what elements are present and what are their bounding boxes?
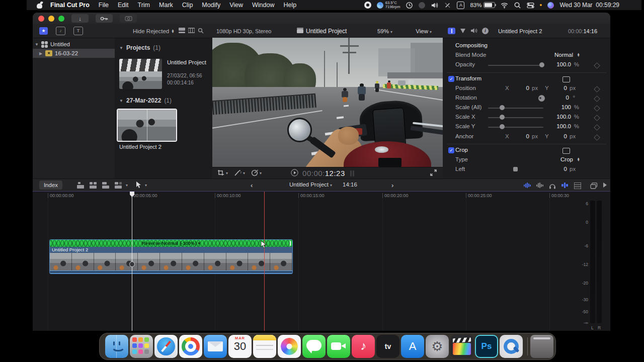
apple-menu-icon[interactable] bbox=[37, 2, 43, 9]
dock-quicktime-icon[interactable] bbox=[500, 335, 523, 358]
sidebar-item-library[interactable]: ▼ Untitled bbox=[33, 40, 115, 49]
dock-finalcutpro-icon[interactable] bbox=[450, 335, 473, 358]
tool-disabled-icon[interactable] bbox=[444, 2, 451, 9]
event-clip-thumbnail-selected[interactable] bbox=[117, 109, 177, 142]
crop-left-knob[interactable] bbox=[513, 167, 518, 171]
event-clip-name[interactable]: Untitled Project 2 bbox=[119, 144, 162, 150]
opacity-keyframe-icon[interactable] bbox=[594, 62, 600, 69]
transform-checkbox[interactable]: ✓ bbox=[448, 76, 454, 82]
dock-trash-icon[interactable] bbox=[530, 335, 553, 358]
dock-settings-icon[interactable]: ⚙ bbox=[426, 335, 449, 358]
menu-app-name[interactable]: Final Cut Pro bbox=[46, 2, 94, 9]
scale-x-keyframe-icon[interactable] bbox=[594, 115, 600, 121]
crop-checkbox[interactable]: ✓ bbox=[448, 147, 454, 153]
connect-clip-icon[interactable] bbox=[77, 182, 85, 189]
transform-onscreen-icon[interactable] bbox=[562, 76, 570, 82]
menu-mark[interactable]: Mark bbox=[154, 2, 178, 9]
scale-x-track[interactable] bbox=[488, 117, 543, 118]
screen-record-stop-icon[interactable] bbox=[364, 2, 371, 9]
dock-launchpad-icon[interactable] bbox=[130, 335, 153, 358]
effects-inspector-icon[interactable] bbox=[460, 28, 466, 35]
dock-music-icon[interactable]: ♪ bbox=[352, 335, 375, 358]
anchor-keyframe-icon[interactable] bbox=[594, 134, 600, 141]
snapping-icon[interactable] bbox=[561, 183, 570, 188]
libraries-tab-icon[interactable]: ★ bbox=[39, 27, 48, 35]
scale-all-value[interactable]: 100 bbox=[561, 104, 571, 110]
retime-end-handle[interactable] bbox=[290, 241, 291, 246]
dock-finder-icon[interactable] bbox=[105, 335, 128, 358]
blend-mode-popup[interactable]: Normal bbox=[554, 52, 573, 58]
keyword-editor-button[interactable] bbox=[96, 14, 113, 23]
audio-meter-mini-icon[interactable] bbox=[350, 170, 354, 176]
retime-icon[interactable] bbox=[251, 169, 258, 177]
dock-appstore-icon[interactable]: A bbox=[401, 335, 424, 358]
import-media-button[interactable]: ↓ bbox=[71, 14, 89, 23]
dock-calendar-icon[interactable]: MAR30 bbox=[228, 335, 252, 358]
index-button[interactable]: Index bbox=[39, 180, 62, 190]
position-y-value[interactable]: 0 bbox=[556, 85, 567, 91]
position-keyframe-icon[interactable] bbox=[594, 86, 600, 93]
photos-audio-tab-icon[interactable]: ♪ bbox=[56, 27, 65, 35]
dock-appletv-icon[interactable]: tv bbox=[376, 335, 399, 358]
event-section-header[interactable]: ▼27-Mar-2022(1) bbox=[119, 97, 172, 104]
scale-x-knob[interactable] bbox=[500, 115, 505, 120]
menu-window[interactable]: Window bbox=[248, 2, 279, 9]
viewer-timecode[interactable]: 00:00:12:23 bbox=[302, 169, 345, 177]
filter-popup[interactable]: Hide Rejected bbox=[133, 28, 169, 34]
duplicate-windows-icon[interactable] bbox=[590, 182, 598, 191]
background-tasks-button[interactable] bbox=[120, 14, 137, 23]
disclosure-closed-icon[interactable]: ▶ bbox=[39, 51, 43, 56]
project-name[interactable]: Untitled Project bbox=[167, 59, 206, 65]
project-thumbnail[interactable] bbox=[119, 59, 162, 89]
menu-clip[interactable]: Clip bbox=[178, 2, 198, 9]
sidebar-item-event[interactable]: ▶ 16-03-22 bbox=[33, 49, 115, 58]
clip-appearance-icon[interactable] bbox=[179, 28, 185, 34]
clip-audio-band[interactable] bbox=[50, 270, 292, 274]
fan-temp-status[interactable]: 63.5°C7196rpm bbox=[377, 1, 400, 9]
clip-appearance-timeline-icon[interactable] bbox=[574, 182, 581, 191]
battery-status[interactable]: 83% bbox=[470, 2, 495, 8]
info-inspector-icon[interactable]: i bbox=[482, 28, 489, 34]
crop-onscreen-icon[interactable] bbox=[562, 148, 570, 154]
crop-type-popup[interactable]: Crop bbox=[560, 156, 573, 162]
play-button[interactable] bbox=[291, 169, 298, 177]
clip-filmstrip[interactable] bbox=[50, 253, 292, 270]
scale-y-value[interactable]: 100.0 bbox=[556, 123, 571, 129]
menu-clock[interactable]: Wed 30 Mar 00:59:29 bbox=[559, 2, 619, 9]
opacity-slider-knob[interactable] bbox=[539, 62, 544, 67]
crop-tool-icon[interactable] bbox=[217, 169, 224, 177]
scale-y-keyframe-icon[interactable] bbox=[594, 124, 600, 131]
scale-y-track[interactable] bbox=[488, 127, 543, 128]
dock-facetime-icon[interactable] bbox=[327, 335, 350, 358]
filter-stepper-icon[interactable]: ▲▼ bbox=[171, 29, 174, 33]
menu-trim[interactable]: Trim bbox=[133, 2, 154, 9]
overwrite-clip-icon[interactable] bbox=[115, 182, 123, 189]
filmstrip-view-icon[interactable] bbox=[188, 28, 195, 34]
rotation-value[interactable]: 0 bbox=[566, 95, 569, 101]
opacity-value[interactable]: 100.0 bbox=[556, 61, 571, 67]
scale-all-track[interactable] bbox=[488, 108, 543, 109]
input-source-icon[interactable]: A bbox=[457, 2, 464, 9]
select-tool-icon[interactable] bbox=[136, 182, 141, 191]
dnd-icon[interactable] bbox=[419, 2, 425, 9]
audio-skimming-icon[interactable] bbox=[524, 183, 532, 188]
append-clip-icon[interactable] bbox=[102, 182, 110, 189]
menu-modify[interactable]: Modify bbox=[197, 2, 225, 9]
anchor-x-value[interactable]: 0 bbox=[518, 133, 529, 139]
dock-mail-icon[interactable] bbox=[204, 335, 227, 358]
crop-type-stepper-icon[interactable]: ▲▼ bbox=[577, 157, 580, 161]
dock-messages-icon[interactable] bbox=[302, 335, 326, 358]
menu-help[interactable]: Help bbox=[279, 2, 301, 9]
fullscreen-icon[interactable] bbox=[430, 169, 437, 177]
audio-inspector-icon[interactable] bbox=[470, 28, 477, 35]
video-frame[interactable] bbox=[212, 38, 443, 167]
close-button[interactable] bbox=[38, 16, 44, 22]
solo-headphones-icon[interactable] bbox=[549, 182, 556, 191]
viewer-zoom-popup[interactable]: 59%▾ bbox=[377, 28, 392, 34]
control-center-icon[interactable] bbox=[527, 2, 534, 9]
audio-waveform-icon[interactable] bbox=[536, 183, 544, 188]
scale-all-knob[interactable] bbox=[500, 105, 505, 110]
zoom-button[interactable] bbox=[58, 16, 64, 22]
projects-section-header[interactable]: ▼Projects(1) bbox=[119, 44, 160, 51]
scale-x-value[interactable]: 100.0 bbox=[556, 114, 571, 120]
